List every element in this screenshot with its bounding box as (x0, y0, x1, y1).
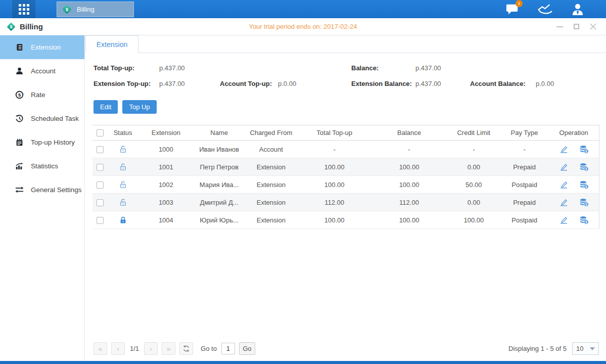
row-checkbox[interactable] (97, 199, 104, 206)
cell-credit-limit: 100.00 (447, 211, 500, 229)
table-row: 1000Иван ИвановAccount----$ (92, 141, 599, 158)
lock-open-icon (119, 180, 127, 189)
resource-monitor-button[interactable] (537, 2, 553, 16)
cell-name: Иван Иванов (194, 141, 244, 158)
svg-text:$: $ (18, 92, 21, 98)
sidebar-item-scheduled-task[interactable]: Scheduled Task (0, 107, 84, 130)
taskbar-tab-label: Billing (77, 6, 95, 13)
account-topup-label: Account Top-up: (220, 80, 278, 87)
extension-book-icon (15, 43, 24, 52)
prev-page-button[interactable]: ‹ (111, 342, 125, 355)
page-size-value: 10 (576, 345, 583, 352)
rate-dollar-icon: $ (15, 90, 24, 100)
svg-text:$: $ (66, 7, 69, 12)
svg-text:$: $ (585, 185, 587, 189)
column-header: Charged From (245, 125, 298, 141)
edit-icon[interactable] (559, 180, 569, 189)
cell-pay-type: Postpaid (500, 176, 548, 194)
user-menu-button[interactable] (570, 2, 586, 16)
topup-icon[interactable]: $ (579, 163, 589, 171)
sidebar-item-label: General Settings (31, 186, 82, 194)
sidebar-item-general-settings[interactable]: General Settings (0, 178, 84, 202)
cell-balance: 100.00 (371, 211, 447, 229)
edit-icon[interactable] (559, 163, 569, 171)
sidebar-item-top-up-history[interactable]: Top-up History (0, 130, 84, 154)
cell-charged-from: Extension (245, 176, 298, 194)
cell-credit-limit: 0.00 (447, 158, 500, 176)
taskbar-tab-billing[interactable]: $ Billing (57, 2, 134, 17)
window-title: Billing (20, 22, 43, 31)
cell-total-topup: 112.00 (298, 194, 371, 211)
topup-icon[interactable]: $ (579, 180, 589, 189)
cell-credit-limit: - (447, 141, 500, 158)
select-all-checkbox[interactable] (97, 129, 104, 136)
row-checkbox[interactable] (97, 217, 104, 224)
cell-name: Дмитрий Д... (194, 194, 244, 211)
column-header: Credit Limit (447, 125, 500, 141)
page-size-select[interactable]: 10 (572, 342, 599, 355)
cell-total-topup: - (298, 141, 371, 158)
pagination-bar: « ‹ 1/1 › » Go to Go Displaying 1 - 5 of… (85, 342, 606, 361)
cell-credit-limit: 50.00 (447, 176, 500, 194)
sidebar-item-account[interactable]: Account (0, 59, 84, 83)
first-page-button[interactable]: « (94, 342, 107, 355)
chevron-down-icon (590, 347, 595, 350)
row-checkbox[interactable] (97, 181, 104, 189)
line-chart-icon (537, 3, 553, 16)
cell-pay-type: Prepaid (500, 158, 548, 176)
close-button[interactable] (589, 23, 597, 31)
topup-icon[interactable]: $ (579, 145, 589, 154)
lock-open-icon (119, 198, 127, 207)
account-balance-value: p.0.00 (536, 80, 554, 87)
cell-total-topup: 100.00 (298, 158, 371, 176)
notifications-button[interactable]: ! (504, 2, 520, 16)
svg-text:$: $ (585, 149, 587, 153)
edit-icon[interactable] (559, 145, 569, 153)
extension-table-wrap: StatusExtensionNameCharged FromTotal Top… (85, 114, 606, 229)
goto-label: Go to (201, 345, 217, 352)
sidebar-item-label: Statistics (31, 162, 58, 170)
app-launcher-button[interactable] (12, 0, 35, 18)
cell-extension: 1004 (138, 211, 194, 229)
maximize-button[interactable] (572, 23, 580, 31)
goto-page-input[interactable] (221, 343, 235, 354)
row-checkbox[interactable] (97, 146, 104, 153)
tab-extension[interactable]: Extension (85, 35, 138, 53)
extension-balance-label: Extension Balance: (351, 80, 415, 87)
scheduled-task-icon (15, 114, 24, 123)
lock-closed-icon (119, 216, 127, 224)
column-header: Status (108, 125, 138, 141)
extension-topup-label: Extension Top-up: (94, 80, 159, 87)
cell-charged-from: Extension (245, 211, 298, 229)
trial-notice: Your trial period ends on: 2017-02-24 (0, 23, 606, 30)
row-checkbox[interactable] (97, 164, 104, 171)
topup-button[interactable]: Top Up (122, 100, 156, 114)
edit-button[interactable]: Edit (94, 100, 118, 114)
topup-icon[interactable]: $ (579, 216, 589, 224)
cell-balance: 100.00 (371, 176, 447, 194)
lock-open-icon (119, 145, 127, 154)
statistics-icon (15, 162, 24, 171)
refresh-button[interactable] (179, 342, 193, 355)
stats-panel: Total Top-up: p.437.00 Balance: p.437.00… (85, 53, 606, 92)
topup-icon[interactable]: $ (579, 198, 589, 207)
sidebar-item-label: Rate (31, 91, 45, 99)
table-row: 1003Дмитрий Д...Extension112.00112.000.0… (92, 194, 599, 211)
notification-badge: ! (516, 0, 523, 7)
edit-icon[interactable] (559, 198, 569, 206)
edit-icon[interactable] (559, 216, 569, 224)
sidebar-item-extension[interactable]: Extension (0, 35, 84, 59)
svg-text:$: $ (585, 202, 587, 206)
go-button[interactable]: Go (239, 342, 255, 355)
account-person-icon (15, 67, 24, 76)
window-bottom-border (0, 361, 606, 364)
column-header: Balance (371, 125, 447, 141)
account-topup-value: p.0.00 (278, 80, 296, 87)
cell-name: Петр Петров (194, 158, 244, 176)
sidebar-item-statistics[interactable]: Statistics (0, 154, 84, 178)
total-topup-value: p.437.00 (159, 64, 185, 72)
sidebar-item-rate[interactable]: $Rate (0, 83, 84, 107)
next-page-button[interactable]: › (144, 342, 158, 355)
last-page-button[interactable]: » (162, 342, 175, 355)
minimize-button[interactable] (555, 23, 564, 31)
